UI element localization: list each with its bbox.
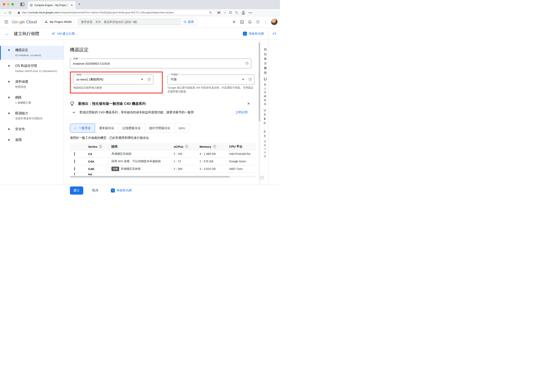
page-title: 建立執行個體 [14, 31, 39, 37]
collapsed-side-panel [268, 40, 280, 185]
gcp-top-nav: Google Cloud My Project 49265 搜尋 ? [0, 16, 280, 28]
zone-help-icon[interactable]: ? [249, 78, 252, 81]
series-row-C4[interactable]: C4具備穩定高效能2 - 1924 - 1,488 GBIntel Emeral… [70, 150, 256, 158]
browser-profile-avatar[interactable] [241, 10, 246, 15]
tab-4[interactable]: GPU [175, 124, 190, 132]
zone-helper: Google 會以盡可能提高 VM 可取得性為目標，代您選取可用區。可用區設定後… [168, 86, 254, 93]
sidebar-item-0[interactable]: 機器設定e2-medium, us-west1 [0, 46, 64, 60]
close-window-icon[interactable] [3, 3, 5, 5]
scrollbar-thumb[interactable] [259, 42, 260, 122]
banner-close-icon[interactable]: ✕ [246, 101, 251, 106]
step-dot-icon [8, 81, 10, 82]
tab-description: 適用於一般工作負載的機型，已針對費用和彈性進行最佳化 [70, 136, 255, 140]
tab-title: Compute Engine – My Project 4 [34, 4, 69, 7]
cancel-button[interactable]: 取消 [92, 189, 98, 192]
series-table: Series? 說明 vCPUs? Memory? CPU 平台 C4具備穩定高… [70, 143, 256, 175]
step-dot-icon [8, 128, 10, 130]
more-options-icon[interactable]: ⋮ [263, 20, 268, 24]
browser-menu-icon[interactable]: ••• [248, 11, 252, 14]
mac-titlebar: Compute Engine – My Project 4 ✕ + [0, 0, 280, 9]
sidebar-item-label: 觀測能力 [15, 111, 42, 116]
project-icon [45, 20, 48, 23]
scroll-corner [260, 176, 264, 179]
new-tab-icon[interactable]: + [78, 2, 80, 7]
series-radio[interactable] [74, 173, 75, 175]
cloud-shell-icon[interactable] [240, 20, 244, 24]
reading-list-icon[interactable] [235, 11, 238, 14]
tab-2[interactable]: 記憶體最佳化 [119, 124, 145, 132]
step-dot-icon [8, 49, 10, 51]
search-input[interactable] [78, 19, 180, 25]
code-icon: ‹› [243, 32, 247, 36]
minimize-window-icon[interactable] [7, 3, 10, 5]
series-radio[interactable] [74, 152, 75, 156]
region-select[interactable]: 區域 * us-west1 (奧勒岡州) ? [73, 75, 153, 84]
name-help-icon[interactable]: ? [245, 62, 249, 65]
vm-location-link[interactable]: VM 建立位置... [51, 32, 77, 36]
sidebar-item-6[interactable]: 進階 [0, 136, 64, 144]
memory-help-icon[interactable]: ? [213, 145, 216, 148]
sidebar-item-sublabel: 快照排程 [15, 85, 28, 89]
main-scrollbar[interactable] [259, 40, 260, 184]
name-input[interactable] [73, 62, 248, 65]
gemini-icon[interactable] [231, 20, 236, 24]
tab-sidebar-icon[interactable] [20, 3, 24, 6]
project-picker-button[interactable]: My Project 49265 [42, 19, 74, 25]
sidebar-item-2[interactable]: 資料保護快照排程 [0, 77, 64, 91]
sidebar-item-sublabel: Debian GNU/Linux 12 (bookworm) [15, 69, 57, 73]
google-cloud-logo[interactable]: Google Cloud [12, 20, 37, 24]
sidebar-item-label: 網路 [15, 95, 31, 100]
create-button[interactable]: 建立 [70, 186, 83, 195]
region-label: 區域 * [75, 73, 84, 76]
browser-back-icon[interactable]: ← [3, 10, 9, 15]
zone-select[interactable]: 可用區 * 不限 ? [168, 75, 254, 84]
sidebar-item-label: 資料保護 [15, 80, 28, 84]
expand-chevron-icon[interactable] [72, 111, 75, 113]
step-dot-icon [8, 139, 10, 141]
back-icon[interactable]: ← [5, 31, 9, 36]
footer-equivalent-code-link[interactable]: ‹› 等效程式碼 [111, 189, 132, 192]
extensions-icon[interactable] [229, 11, 232, 14]
series-help-icon[interactable]: ? [99, 145, 102, 148]
table-horizontal-scrollbar[interactable] [70, 176, 256, 178]
vcpus-help-icon[interactable]: ? [185, 145, 188, 148]
series-row-N4[interactable]: N4 [70, 173, 256, 175]
series-row-C4D[interactable]: C4D預覽具備穩定高效能2 - 3843 - 3,024 GBAMD Turin [70, 165, 256, 173]
series-radio[interactable] [74, 159, 75, 163]
help-icon[interactable]: ? [255, 20, 260, 24]
zoom-window-icon[interactable] [11, 3, 14, 5]
sidebar-item-label: 安全性 [15, 127, 25, 131]
menu-icon[interactable] [4, 20, 8, 24]
url-bar[interactable]: https://console.cloud.google.com/compute… [15, 10, 214, 15]
machine-family-tabs: ✓一般用途運算最佳化記憶體最佳化儲存空間最佳化GPU [70, 124, 255, 132]
search-button[interactable]: 搜尋 [180, 19, 197, 25]
zoom-out-icon[interactable] [209, 11, 212, 14]
region-value: us-west1 (奧勒岡州) [76, 78, 103, 81]
tab-0[interactable]: ✓一般用途 [70, 124, 95, 132]
sidebar-item-sublabel: 1 個網路介面 [15, 101, 31, 105]
user-avatar[interactable] [271, 19, 278, 25]
series-row-C4A[interactable]: C4A採用 Arm 架構，可以持續提供卓越效能1 - 722 - 576 GBG… [70, 158, 256, 165]
try-now-link[interactable]: 立即試用 [235, 111, 248, 114]
sidebar-item-5[interactable]: 安全性 [0, 125, 64, 134]
notifications-bell-icon[interactable] [247, 20, 252, 24]
cost-estimate-panel-clipped: 預估每月費用U每小時總額為US$0.03用多少付多 [264, 47, 268, 158]
browser-tab[interactable]: Compute Engine – My Project 4 ✕ [28, 1, 76, 9]
tab-3[interactable]: 儲存空間最佳化 [145, 124, 175, 132]
collapse-panel-icon[interactable] [269, 32, 280, 35]
bookmark-star-icon[interactable]: ☆ [223, 11, 226, 14]
sidebar-item-3[interactable]: 網路1 個網路介面 [0, 93, 64, 107]
equivalent-code-link[interactable]: ‹› 等效程式碼 [243, 32, 264, 36]
sidebar-item-1[interactable]: OS 和儲存空間Debian GNU/Linux 12 (bookworm) [0, 62, 64, 76]
gemini-sparkle-icon [51, 32, 56, 36]
browser-reload-icon[interactable] [9, 11, 14, 14]
eye-slash-icon[interactable] [217, 11, 221, 14]
series-radio[interactable] [74, 167, 75, 171]
sidebar-item-sublabel: 安裝作業套件代理程式 [15, 117, 42, 121]
region-help-icon[interactable]: ? [148, 78, 151, 81]
sidebar-item-4[interactable]: 觀測能力安裝作業套件代理程式 [0, 109, 64, 123]
gcp-nav-icons: ? ⋮ [231, 19, 280, 25]
tab-close-icon[interactable]: ✕ [70, 4, 74, 7]
name-field[interactable]: 名稱 * ? [70, 59, 251, 68]
tab-1[interactable]: 運算最佳化 [95, 124, 119, 132]
